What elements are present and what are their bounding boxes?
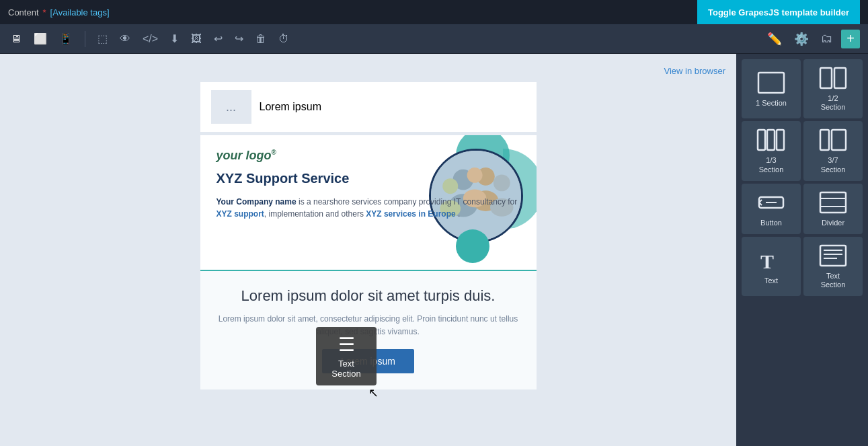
main-layout: View in browser ... Lorem ipsum your log…	[0, 54, 868, 446]
panel-item-text-section-label: TextSection	[821, 272, 846, 289]
top-bar: Content * [Available tags] Toggle Grapes…	[0, 0, 868, 24]
desktop-icon[interactable]: 🖥	[8, 30, 24, 48]
hero-body-text2: , implementation and others	[264, 209, 366, 219]
eye-icon[interactable]: 👁	[117, 30, 133, 48]
divider-icon	[818, 190, 848, 215]
hero-body-text3: .	[456, 209, 461, 219]
email-hero: your logo® XYZ Support Service Your Comp…	[200, 135, 537, 270]
hero-body: Your Company name is a nearshore service…	[216, 196, 520, 220]
select-rect-icon[interactable]: ⬚	[95, 30, 110, 48]
email-header-text: Lorem ipsum	[260, 101, 321, 113]
panel-item-1-section[interactable]: 1 Section	[742, 59, 801, 118]
panel-item-half-section[interactable]: 1/2Section	[803, 59, 863, 118]
svg-rect-16	[777, 130, 784, 150]
tablet-icon[interactable]: ⬜	[31, 30, 50, 48]
toolbar: 🖥 ⬜ 📱 ⬚ 👁 </> ⬇ 🖼 ↩ ↪ 🗑 ⏱ ✏️ ⚙️ 🗂 +	[0, 24, 868, 54]
panel-item-text-section[interactable]: TextSection	[803, 237, 863, 296]
panel-item-text-label: Text	[764, 276, 778, 285]
hero-highlight2: XYZ services in Europe	[366, 209, 455, 219]
redo-icon[interactable]: ↪	[232, 30, 246, 48]
top-bar-left: Content * [Available tags]	[8, 7, 110, 17]
toggle-grapes-button[interactable]: Toggle GrapesJS template builder	[697, 0, 860, 24]
panel-item-third-section[interactable]: 1/3Section	[742, 121, 801, 180]
pen-icon[interactable]: ✏️	[763, 29, 786, 49]
panel-item-button[interactable]: Button	[742, 184, 801, 234]
cursor-indicator: ↖	[368, 385, 379, 400]
layers-icon[interactable]: 🗂	[817, 29, 837, 48]
content-label: Content	[8, 7, 39, 17]
text-section-icon	[818, 244, 848, 268]
logo-dots: ...	[226, 100, 236, 114]
email-header: ... Lorem ipsum	[200, 82, 537, 132]
hero-highlight1: XYZ support	[216, 209, 264, 219]
available-tags-link[interactable]: [Available tags]	[50, 7, 110, 17]
svg-rect-18	[832, 130, 846, 150]
canvas-inner: View in browser ... Lorem ipsum your log…	[0, 54, 736, 446]
panel-item-half-section-label: 1/2Section	[821, 94, 846, 112]
toolbar-separator-1	[85, 31, 85, 47]
svg-rect-15	[767, 130, 775, 150]
download-icon[interactable]: ⬇	[167, 30, 182, 48]
hero-logo-text: your logo	[216, 149, 272, 162]
svg-rect-13	[834, 68, 846, 88]
half-section-icon	[818, 66, 848, 90]
view-in-browser-link[interactable]: View in browser	[664, 66, 725, 76]
svg-rect-14	[758, 130, 765, 150]
panel-item-divider-label: Divider	[822, 219, 844, 227]
add-block-button[interactable]: +	[841, 30, 860, 48]
3-7-section-icon	[818, 128, 848, 152]
asterisk: *	[43, 7, 46, 17]
gear-icon[interactable]: ⚙️	[790, 29, 813, 49]
right-panel: 1 Section 1/2Section 1/3Section	[736, 54, 868, 446]
svg-rect-11	[758, 73, 784, 93]
panel-item-button-label: Button	[760, 219, 782, 227]
hero-company-name: Your Company name	[216, 197, 297, 207]
panel-item-1-section-label: 1 Section	[756, 99, 787, 108]
tooltip-label: TextSection	[331, 359, 360, 379]
code-icon[interactable]: </>	[140, 30, 161, 48]
hero-title: XYZ Support Service	[216, 171, 520, 186]
logo-placeholder: ...	[211, 90, 251, 124]
button-icon	[756, 190, 786, 215]
svg-rect-12	[820, 68, 832, 88]
svg-rect-25	[820, 246, 846, 266]
email-hero-left: your logo® XYZ Support Service Your Comp…	[200, 135, 537, 270]
hero-body-text1: is a nearshore services company providin…	[297, 197, 518, 207]
mobile-icon[interactable]: 📱	[56, 30, 75, 48]
panel-item-third-section-label: 1/3Section	[759, 156, 784, 174]
third-section-icon	[756, 128, 786, 152]
hero-logo: your logo®	[216, 149, 520, 163]
svg-rect-17	[820, 130, 829, 150]
1-section-icon	[756, 71, 786, 95]
floating-tooltip: ☰ TextSection	[316, 327, 377, 385]
settings-icon[interactable]: ⏱	[276, 30, 292, 48]
panel-item-divider[interactable]: Divider	[803, 184, 863, 234]
toolbar-left: 🖥 ⬜ 📱 ⬚ 👁 </> ⬇ 🖼 ↩ ↪ 🗑 ⏱	[8, 30, 758, 48]
trash-icon[interactable]: 🗑	[253, 30, 269, 48]
view-in-browser-container: View in browser	[11, 65, 725, 77]
hero-logo-sup: ®	[272, 149, 276, 156]
panel-item-text[interactable]: T Text	[742, 237, 801, 296]
undo-icon[interactable]: ↩	[211, 30, 225, 48]
svg-text:T: T	[760, 250, 774, 272]
image-export-icon[interactable]: 🖼	[188, 30, 204, 48]
canvas-area: View in browser ... Lorem ipsum your log…	[0, 54, 736, 446]
panel-item-3-7-section[interactable]: 3/7Section	[803, 121, 863, 180]
text-icon: T	[756, 248, 786, 272]
toolbar-right: ✏️ ⚙️ 🗂 +	[763, 29, 860, 49]
panel-item-3-7-section-label: 3/7Section	[821, 156, 846, 174]
email-text-title: Lorem ipsum dolor sit amet turpis duis.	[216, 287, 520, 305]
svg-rect-21	[820, 192, 846, 213]
tooltip-icon: ☰	[325, 334, 367, 356]
